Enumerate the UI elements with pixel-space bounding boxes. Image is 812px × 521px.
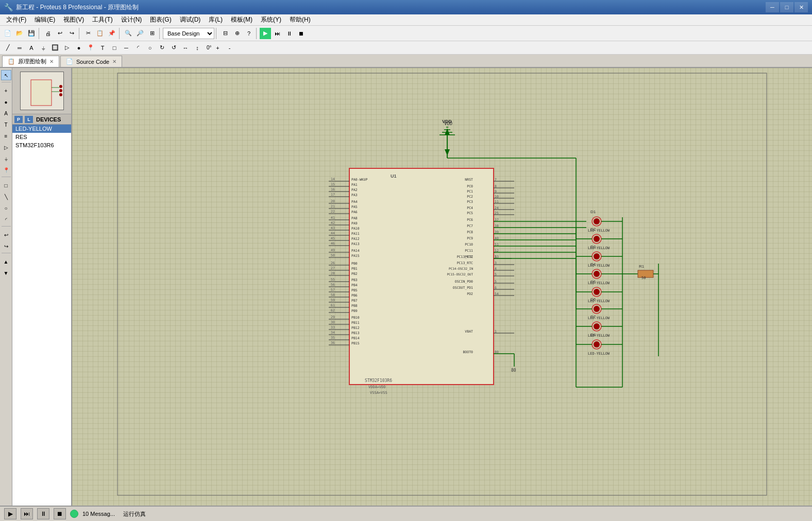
sim-pause-button[interactable]: ⏸	[37, 508, 49, 519]
lsb-junction[interactable]: ●	[1, 97, 11, 107]
menu-file[interactable]: 文件(F)	[2, 14, 30, 26]
lsb-sep1	[2, 82, 11, 84]
svg-text:PB14: PB14	[351, 336, 360, 340]
svg-text:PC11: PC11	[465, 249, 473, 253]
tb-help[interactable]: ?	[243, 28, 255, 39]
tb2-circle[interactable]: ○	[144, 42, 156, 54]
devices-l-button[interactable]: L	[25, 116, 33, 123]
menu-design[interactable]: 设计(N)	[117, 14, 146, 26]
design-select[interactable]: Base Design	[163, 28, 214, 39]
minimize-button[interactable]: ─	[766, 2, 779, 12]
menu-debug[interactable]: 调试(D)	[176, 14, 205, 26]
lsb-component[interactable]: +	[1, 85, 11, 96]
lsb-2d-arc[interactable]: ◜	[1, 214, 11, 224]
menu-template[interactable]: 模板(M)	[227, 14, 257, 26]
tb-save[interactable]: 💾	[26, 28, 37, 39]
svg-text:BOOT0: BOOT0	[463, 350, 473, 354]
menu-system[interactable]: 系统(Y)	[257, 14, 285, 26]
tb2-angle-down[interactable]: -	[224, 42, 235, 54]
tb2-angle-up[interactable]: +	[212, 42, 224, 54]
tb-origin[interactable]: ⊕	[231, 28, 243, 39]
menu-library[interactable]: 库(L)	[205, 14, 227, 26]
tb-open[interactable]: 📂	[14, 28, 25, 39]
lsb-redo[interactable]: ↪	[1, 241, 11, 251]
svg-text:10: 10	[495, 195, 499, 199]
tb-copy[interactable]: 📋	[94, 28, 106, 39]
tb2-box[interactable]: □	[109, 42, 120, 54]
lsb-text[interactable]: T	[1, 119, 11, 130]
tb-zoom-out[interactable]: 🔎	[134, 28, 146, 39]
tb-run[interactable]: ▶	[260, 28, 271, 39]
tb2-component[interactable]: 🔲	[49, 42, 61, 54]
tb-undo[interactable]: ↩	[54, 28, 65, 39]
menu-tools[interactable]: 工具(T)	[88, 14, 116, 26]
svg-text:PA4: PA4	[351, 200, 358, 204]
device-item-led-yellow[interactable]: LED-YELLOW	[12, 125, 71, 133]
tb-zoom-fit[interactable]: ⊞	[146, 28, 158, 39]
lsb-2d-box[interactable]: □	[1, 180, 11, 190]
tb-cut[interactable]: ✂	[82, 28, 94, 39]
svg-text:27: 27	[331, 266, 335, 270]
lsb-power[interactable]: ⏚	[1, 153, 11, 164]
tb2-text[interactable]: T	[97, 42, 108, 54]
tb2-arc[interactable]: ◜	[132, 42, 144, 54]
statusbar: ▶ ⏭ ⏸ ⏹ 10 Messag... 运行仿真	[0, 506, 812, 521]
tb-paste[interactable]: 📌	[106, 28, 117, 39]
sim-step-button[interactable]: ⏭	[21, 508, 33, 519]
tb2-wire[interactable]: ╱	[2, 42, 13, 54]
tab-source[interactable]: 📄 Source Code ✕	[60, 56, 122, 67]
tab-schematic-close[interactable]: ✕	[49, 59, 54, 64]
tb-zoom-in[interactable]: 🔍	[123, 28, 134, 39]
tab-source-close[interactable]: ✕	[112, 59, 116, 64]
svg-text:PC3: PC3	[467, 200, 473, 204]
lsb-scroll-down[interactable]: ▼	[1, 268, 11, 278]
maximize-button[interactable]: □	[780, 2, 793, 12]
menu-view[interactable]: 视图(V)	[59, 14, 88, 26]
menu-help[interactable]: 帮助(H)	[285, 14, 315, 26]
tb2-junction[interactable]: ●	[73, 42, 84, 54]
tb2-probe[interactable]: 📍	[85, 42, 96, 54]
tb2-mirror-x[interactable]: ↔	[180, 42, 191, 54]
tb-stop[interactable]: ⏹	[295, 28, 307, 39]
menu-graph[interactable]: 图表(G)	[146, 14, 175, 26]
lsb-port[interactable]: ▷	[1, 142, 11, 152]
tb2-rotate-cw[interactable]: ↻	[156, 42, 167, 54]
tb-pause[interactable]: ⏸	[283, 28, 295, 39]
device-item-stm32[interactable]: STM32F103R6	[12, 141, 71, 149]
tb2-port[interactable]: ▷	[61, 42, 73, 54]
lsb-undo[interactable]: ↩	[1, 230, 11, 240]
lsb-select[interactable]: ↖	[1, 70, 11, 80]
lsb-bus[interactable]: ≡	[1, 131, 11, 141]
svg-text:29: 29	[331, 315, 335, 319]
menu-edit[interactable]: 编辑(E)	[30, 14, 59, 26]
tb2-rotate-ccw[interactable]: ↺	[168, 42, 179, 54]
lsb-scroll-up[interactable]: ▲	[1, 256, 11, 267]
tb-print[interactable]: 🖨	[42, 28, 54, 39]
lsb-probe[interactable]: 📍	[1, 165, 11, 175]
tb2-bus[interactable]: ═	[14, 42, 25, 54]
lsb-2d-line[interactable]: ╲	[1, 192, 11, 202]
tb-redo[interactable]: ↪	[66, 28, 77, 39]
svg-text:PA10: PA10	[351, 227, 360, 231]
tb-new[interactable]: 📄	[2, 28, 13, 39]
devices-p-button[interactable]: P	[14, 116, 23, 123]
sim-stop-button[interactable]: ⏹	[54, 508, 66, 519]
schematic-area[interactable]: VDD U1 STM32F103R6 VDDA=VDD VSSA=VSS 14 …	[72, 68, 812, 506]
lsb-wire-label[interactable]: A	[1, 108, 11, 118]
sep1	[39, 28, 41, 39]
svg-text:PA13: PA13	[351, 242, 360, 246]
tb2-label[interactable]: A	[26, 42, 37, 54]
lsb-2d-circle[interactable]: ○	[1, 203, 11, 213]
device-item-res[interactable]: RES	[12, 133, 71, 141]
tb2-line[interactable]: ─	[121, 42, 132, 54]
tab-schematic[interactable]: 📋 原理图绘制 ✕	[2, 56, 59, 67]
svg-text:PA3: PA3	[351, 193, 358, 197]
tb-grid[interactable]: ⊟	[219, 28, 231, 39]
tb-step[interactable]: ⏭	[272, 28, 283, 39]
svg-text:54: 54	[495, 292, 499, 296]
close-button[interactable]: ✕	[794, 2, 808, 12]
tb2-mirror-y[interactable]: ↕	[192, 42, 203, 54]
sim-play-button[interactable]: ▶	[4, 508, 16, 519]
tb2-power[interactable]: ⏚	[38, 42, 49, 54]
svg-text:PB1: PB1	[351, 267, 358, 271]
